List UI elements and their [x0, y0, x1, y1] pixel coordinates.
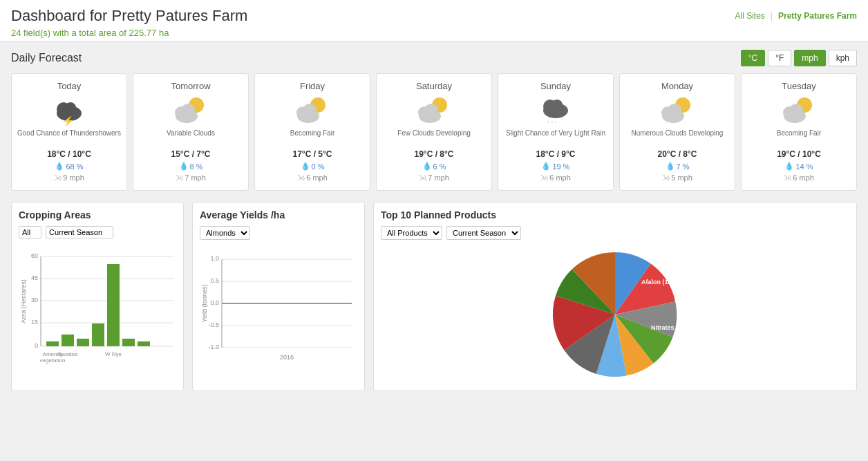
weather-icon: ⚡: [50, 95, 88, 126]
svg-text:Nitrates A: Nitrates A: [651, 324, 681, 331]
pie-chart-container: Afalon (11665) Nitrates A: [381, 245, 849, 384]
weather-day-name: Monday: [661, 81, 693, 91]
svg-rect-40: [62, 335, 74, 346]
svg-text:2016: 2016: [280, 354, 294, 361]
weather-day-name: Tuesday: [782, 81, 815, 91]
svg-text:⚡: ⚡: [62, 115, 75, 126]
weather-temperature: 19°C / 10°C: [777, 149, 821, 159]
weather-rain: 💧 6 %: [422, 162, 446, 171]
weather-rain: 💧 0 %: [301, 162, 325, 171]
svg-text:-0.5: -0.5: [208, 321, 219, 328]
svg-point-18: [551, 100, 563, 111]
weather-wind: 🌬 9 mph: [54, 173, 84, 182]
current-site-link[interactable]: Pretty Patures Farm: [778, 11, 857, 21]
svg-rect-43: [107, 264, 120, 346]
weather-day-name: Sunday: [540, 81, 571, 91]
weather-temperature: 17°C / 5°C: [293, 149, 332, 159]
top-products-panel: Top 10 Planned Products All Products Cur…: [373, 202, 857, 391]
forecast-header: Daily Forecast °C °F mph kph: [11, 50, 857, 66]
cropping-season-select[interactable]: Current Season: [46, 226, 113, 238]
svg-point-15: [424, 104, 438, 117]
average-yields-title: Average Yields /ha: [200, 209, 357, 220]
svg-rect-39: [46, 341, 59, 346]
svg-rect-45: [138, 341, 150, 346]
weather-icon: [415, 95, 453, 126]
weather-day-name: Today: [57, 81, 82, 91]
weather-description: Becoming Fair: [290, 129, 334, 147]
svg-text:0.0: 0.0: [210, 299, 219, 306]
yields-chart: 1.0 0.5 0.0 -0.5 -1.0 2016 Yie: [200, 245, 357, 375]
weather-grid: Today ⚡ Good Chance of Thundershowers18°…: [11, 73, 857, 191]
unit-toggles: °C °F mph kph: [741, 50, 857, 66]
weather-rain: 💧 19 %: [541, 162, 569, 171]
weather-rain: 💧 68 %: [55, 162, 83, 171]
svg-point-7: [181, 104, 195, 117]
kph-button[interactable]: kph: [829, 50, 857, 66]
svg-rect-42: [92, 323, 104, 346]
svg-text:15: 15: [31, 319, 38, 326]
weather-icon: · · ·: [536, 95, 575, 126]
weather-day-name: Friday: [300, 81, 325, 91]
mph-button[interactable]: mph: [794, 50, 825, 66]
weather-card: Sunday · · · Slight Chance of Very Light…: [498, 73, 614, 191]
average-yields-panel: Average Yields /ha Almonds 1.0 0.5 0.0 -…: [192, 202, 365, 391]
weather-temperature: 15°C / 7°C: [171, 149, 211, 159]
weather-description: Good Chance of Thundershowers: [17, 129, 121, 147]
weather-temperature: 19°C / 8°C: [415, 149, 454, 159]
weather-temperature: 18°C / 10°C: [47, 149, 91, 159]
cropping-field-select[interactable]: All: [19, 226, 41, 238]
celsius-button[interactable]: °C: [741, 50, 765, 66]
svg-rect-41: [77, 339, 89, 346]
weather-wind: 🌬 7 mph: [176, 173, 206, 182]
weather-day-name: Saturday: [416, 81, 452, 91]
svg-point-11: [303, 104, 317, 117]
svg-text:1.0: 1.0: [210, 255, 219, 262]
svg-text:Swedes: Swedes: [58, 351, 77, 357]
all-sites-link[interactable]: All Sites: [735, 11, 764, 21]
top-products-title: Top 10 Planned Products: [381, 209, 849, 220]
weather-card: Friday Becoming Fair17°C / 5°C💧 0 %🌬 6 m…: [254, 73, 370, 191]
fahrenheit-button[interactable]: °F: [768, 50, 791, 66]
page-subtitle: 24 field(s) with a total area of 225.77 …: [11, 28, 247, 38]
yields-crop-select[interactable]: Almonds: [200, 226, 250, 240]
svg-rect-44: [122, 339, 135, 346]
svg-text:Afalon (11665): Afalon (11665): [641, 279, 684, 285]
weather-temperature: 18°C / 9°C: [536, 149, 576, 159]
forecast-title: Daily Forecast: [11, 52, 82, 64]
weather-card: Saturday Few Clouds Developing19°C / 8°C…: [376, 73, 492, 191]
svg-text:30: 30: [31, 297, 38, 303]
svg-text:-1.0: -1.0: [208, 344, 219, 350]
svg-text:60: 60: [31, 252, 38, 259]
weather-rain: 💧 14 %: [784, 162, 813, 171]
cropping-areas-title: Cropping Areas: [19, 209, 176, 220]
charts-row: Cropping Areas All Current Season 60 45 …: [11, 202, 857, 391]
weather-wind: 🌬 6 mph: [784, 173, 814, 182]
weather-icon: [658, 95, 697, 126]
weather-description: Numerous Clouds Developing: [632, 129, 724, 147]
products-select[interactable]: All Products: [381, 226, 442, 240]
top-bar: Dashboard for Pretty Patures Farm 24 fie…: [0, 0, 868, 41]
weather-card: Tuesday Becoming Fair19°C / 10°C💧 14 %🌬 …: [741, 73, 857, 191]
main-content: Daily Forecast °C °F mph kph Today ⚡ Goo…: [0, 41, 868, 399]
weather-description: Few Clouds Developing: [397, 129, 471, 147]
cropping-areas-panel: Cropping Areas All Current Season 60 45 …: [11, 202, 184, 391]
svg-point-27: [789, 104, 803, 117]
svg-text:· · ·: · · ·: [547, 118, 557, 126]
weather-card: Today ⚡ Good Chance of Thundershowers18°…: [11, 73, 127, 191]
weather-wind: 🌬 7 mph: [419, 173, 449, 182]
weather-icon: [293, 95, 332, 126]
weather-day-name: Tomorrow: [171, 81, 210, 91]
weather-description: Variable Clouds: [167, 129, 215, 147]
top-bar-left: Dashboard for Pretty Patures Farm 24 fie…: [0, 0, 868, 41]
svg-text:Area (Hectares): Area (Hectares): [20, 279, 27, 323]
weather-icon: [780, 95, 818, 126]
svg-text:W Rye: W Rye: [105, 351, 122, 357]
weather-wind: 🌬 6 mph: [297, 173, 328, 182]
svg-point-2: [65, 102, 76, 113]
weather-icon: [171, 95, 210, 126]
weather-temperature: 20°C / 8°C: [658, 149, 697, 159]
weather-card: Tomorrow Variable Clouds15°C / 7°C💧 8 %🌬…: [133, 73, 249, 191]
svg-text:45: 45: [31, 274, 38, 281]
weather-card: Monday Numerous Clouds Developing20°C / …: [619, 73, 735, 191]
products-season-select[interactable]: Current Season: [446, 226, 521, 240]
